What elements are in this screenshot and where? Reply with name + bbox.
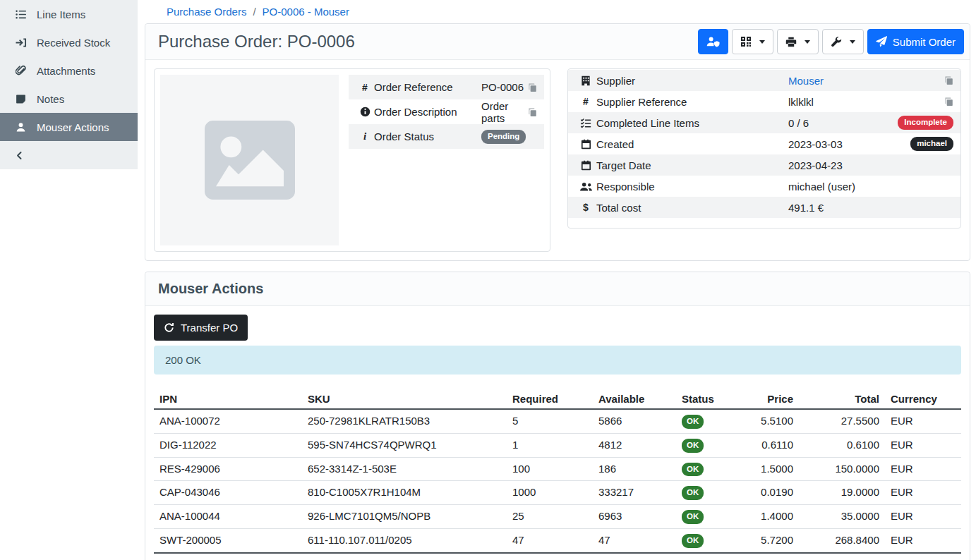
cell-sku: 611-110.107.011/0205 [302,528,507,552]
main-area: Purchase Orders/PO-0006 - Mouser Purchas… [138,0,976,560]
print-actions-button[interactable] [777,29,819,54]
detail-label: Order Status [374,130,481,142]
hash-icon: # [575,97,596,106]
mouser-actions-panel: Mouser Actions Transfer PO 200 OK IPNSKU… [145,272,970,560]
column-header-required: Required [507,389,593,409]
detail-row-order-description: Order DescriptionOrder parts [349,99,544,124]
sidebar-item-label: Notes [37,93,64,105]
transfer-po-label: Transfer PO [181,322,238,334]
cell-status: OK [676,409,755,433]
copy-icon[interactable] [528,107,537,117]
hash-icon: # [356,83,374,92]
transfer-po-button[interactable]: Transfer PO [154,315,248,341]
cell-status: OK [676,433,755,457]
detail-value: lklklkl [788,96,944,108]
image-placeholder-icon [205,121,295,200]
cell-ipn: ANA-100044 [154,505,302,529]
detail-row-total-cost: $Total cost491.1 € [568,197,960,218]
copy-icon[interactable] [528,83,537,92]
breadcrumb-link-po-0006-mouser[interactable]: PO-0006 - Mouser [263,6,349,18]
line-items-table: IPNSKURequiredAvailableStatusPriceTotalC… [154,389,961,560]
detail-value: 491.1 € [788,202,953,214]
detail-value[interactable]: Mouser [788,75,944,87]
detail-label: Responsible [596,181,788,193]
detail-row-end: Incomplete [898,116,953,130]
printer-icon [785,37,797,47]
table-row: ANA-100072250-72981KLRATR150B355866OK5.5… [154,409,961,433]
detail-label: Completed Line Items [596,117,788,129]
order-image-placeholder [160,75,339,245]
cell-sku: 926-LMC7101QM5/NOPB [302,505,507,529]
info-icon [356,106,374,117]
footer-currency-spacer [885,553,961,560]
sidebar-menu: Line ItemsReceived StockAttachmentsNotes… [0,0,138,141]
copy-icon[interactable] [944,75,953,85]
sidebar-item-label: Received Stock [37,37,110,49]
order-details-area: #Order ReferencePO-0006Order Description… [154,68,961,252]
detail-row-responsible: Responsiblemichael (user) [568,176,960,197]
cell-currency: EUR [885,505,961,529]
sidebar-item-label: Line Items [37,8,85,20]
sidebar-item-received-stock[interactable]: Received Stock [0,28,138,56]
sidebar-item-attachments[interactable]: Attachments [0,56,138,85]
detail-row-supplier-reference: #Supplier Referencelklklkl [568,91,960,112]
cell-price: 0.6110 [755,433,799,457]
detail-row-end: michael [910,137,953,151]
detail-row-end [944,75,953,85]
detail-row-end [528,107,537,117]
detail-value: 0 / 6 [788,117,898,129]
copy-icon[interactable] [944,97,953,106]
order-actions-button[interactable] [822,29,864,54]
detail-label: Supplier Reference [596,96,788,108]
sidebar-item-label: Attachments [37,65,95,77]
cell-currency: EUR [885,409,961,433]
paper-plane-icon [876,36,887,47]
detail-row-end [528,83,537,92]
cell-available: 186 [593,457,676,481]
wrench-icon [831,36,842,47]
refresh-icon [164,322,174,333]
breadcrumb-separator: / [253,6,255,18]
cell-required: 5 [507,409,593,433]
cell-ipn: SWT-200005 [154,528,302,552]
detail-row-target-date: Target Date2023-04-23 [568,154,960,176]
sidebar-item-label: Mouser Actions [37,121,109,133]
cell-available: 4812 [593,433,676,457]
detail-label: Total cost [596,202,788,214]
sign-in-icon [14,37,28,48]
cell-status: OK [676,457,755,481]
table-row: RES-429006652-3314Z-1-503E100186OK1.5000… [154,457,961,481]
table-row: CAP-043046810-C1005X7R1H104M1000333217OK… [154,481,961,505]
column-header-status: Status [676,389,755,409]
detail-value: 2023-04-23 [788,159,953,171]
footer-total-value: 501.0000 [799,553,885,560]
barcode-actions-button[interactable] [732,29,773,54]
column-header-available: Available [593,389,676,409]
cell-sku: 250-72981KLRATR150B3 [302,409,507,433]
breadcrumb-link-purchase-orders[interactable]: Purchase Orders [167,6,246,18]
detail-row-created: Created2023-03-03michael [568,133,960,154]
cell-status: OK [676,505,755,529]
detail-row-order-reference: #Order ReferencePO-0006 [349,75,544,99]
sidebar-item-line-items[interactable]: Line Items [0,0,138,28]
cell-price: 1.5000 [755,457,799,481]
cell-total: 19.0000 [799,481,885,505]
sidebar-item-mouser-actions[interactable]: Mouser Actions [0,113,138,141]
sidebar-item-notes[interactable]: Notes [0,85,138,113]
cell-currency: EUR [885,457,961,481]
submit-order-button[interactable]: Submit Order [867,29,964,54]
mouser-actions-panel-header: Mouser Actions [145,272,970,306]
detail-value: michael (user) [788,181,953,193]
cell-currency: EUR [885,433,961,457]
chevron-left-icon [13,151,26,160]
column-header-currency: Currency [885,389,961,409]
cell-total: 35.0000 [799,505,885,529]
user-admin-button[interactable] [698,29,728,54]
badge-pending: Pending [481,130,526,144]
cell-total: 150.0000 [799,457,885,481]
cell-required: 25 [507,505,593,529]
cell-price: 5.7200 [755,528,799,552]
detail-value: 2023-03-03 [788,138,910,150]
sidebar-collapse-button[interactable] [0,141,138,169]
cell-price: 1.4000 [755,505,799,529]
